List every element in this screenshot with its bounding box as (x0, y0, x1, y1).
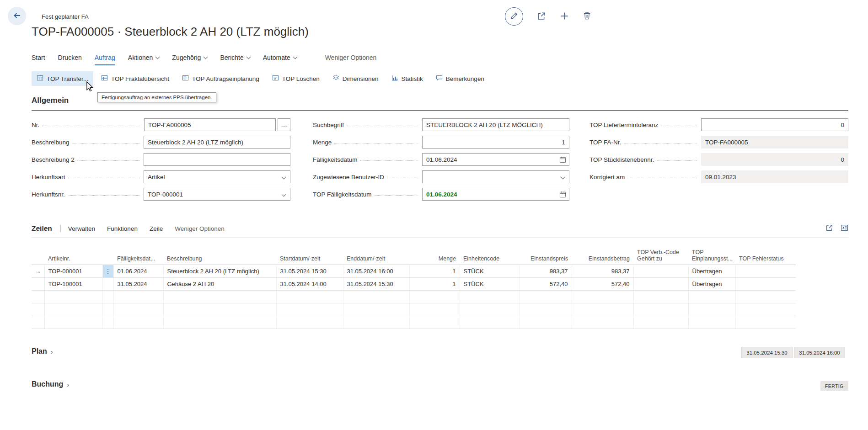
column-header-startdatum[interactable]: Startdatum/-zeit (276, 248, 343, 265)
menu-item-drucken[interactable]: Drucken (58, 54, 82, 64)
column-header-einstandsbetrag[interactable]: Einstandsbetrag (572, 248, 633, 265)
row-options-icon[interactable]: ⋮ (102, 265, 113, 278)
empty-cell[interactable] (343, 291, 409, 303)
empty-cell[interactable] (343, 316, 409, 329)
empty-cell[interactable] (633, 291, 688, 303)
empty-cell[interactable] (113, 303, 163, 316)
empty-cell[interactable] (572, 303, 633, 316)
cell-menge[interactable]: 1 (409, 278, 460, 291)
nr-assist-button[interactable]: … (278, 118, 290, 131)
empty-cell[interactable] (572, 291, 633, 303)
empty-cell[interactable] (460, 291, 519, 303)
lines-menu-verwalten[interactable]: Verwalten (68, 225, 95, 232)
empty-cell[interactable] (735, 291, 796, 303)
cell-verb-code[interactable] (633, 265, 688, 278)
beschreibung-2-input[interactable] (144, 153, 290, 166)
menu-item-aktionen[interactable]: Aktionen (128, 54, 159, 64)
top-faelligkeitsdatum-input[interactable]: 01.06.2024 (422, 188, 569, 201)
empty-cell[interactable] (113, 291, 163, 303)
lines-share-button[interactable] (825, 224, 833, 233)
empty-cell[interactable] (735, 303, 796, 316)
cell-verb-code[interactable] (633, 278, 688, 291)
cell-menge[interactable]: 1 (409, 265, 460, 278)
lines-heading[interactable]: Zeilen (32, 224, 52, 233)
nr-input[interactable]: TOP-FA000005 (144, 118, 276, 131)
lines-menu-weniger-optionen[interactable]: Weniger Optionen (175, 225, 225, 232)
cell-einstandspreis[interactable]: 572,40 (519, 278, 572, 291)
empty-cell[interactable] (519, 291, 572, 303)
menu-item-automate[interactable]: Automate (263, 54, 297, 64)
calendar-icon[interactable] (559, 191, 566, 199)
ribbon-statistik-button[interactable]: Statistik (386, 71, 428, 86)
empty-cell[interactable] (735, 316, 796, 329)
menu-item-auftrag[interactable]: Auftrag (95, 54, 115, 65)
row-options[interactable] (102, 303, 113, 316)
column-header-top-fehlerstatus[interactable]: TOP Fehlerstatus (735, 248, 796, 265)
cell-beschreibung[interactable]: Steuerblock 2 AH 20 (LTZ möglich) (163, 265, 276, 278)
row-options[interactable] (102, 291, 113, 303)
empty-cell[interactable] (688, 316, 735, 329)
empty-cell[interactable] (113, 316, 163, 329)
column-header-einheitencode[interactable]: Einheitencode (460, 248, 519, 265)
empty-cell[interactable] (633, 316, 688, 329)
menge-input[interactable]: 1 (422, 136, 569, 149)
column-header-beschreibung[interactable]: Beschreibung (163, 248, 276, 265)
empty-cell[interactable] (409, 303, 460, 316)
ribbon-dimensionen-button[interactable]: Dimensionen (327, 71, 384, 86)
column-header-faelligkeitsdatum[interactable]: Fälligkeitsdat... (113, 248, 163, 265)
empty-cell[interactable] (44, 316, 102, 329)
column-header-artikelnr[interactable]: Artikelnr. (44, 248, 102, 265)
column-header-einstandspreis[interactable]: Einstandspreis (519, 248, 572, 265)
empty-cell[interactable] (276, 291, 343, 303)
menu-item-zugehoerig[interactable]: Zugehörig (172, 54, 207, 64)
empty-cell[interactable] (688, 291, 735, 303)
open-in-excel-button[interactable] (841, 224, 848, 233)
menu-item-weniger-optionen[interactable]: Weniger Optionen (325, 54, 377, 64)
empty-cell[interactable] (688, 303, 735, 316)
cell-einstandsbetrag[interactable]: 572,40 (572, 278, 633, 291)
calendar-icon[interactable] (559, 156, 566, 165)
ribbon-top-auftragseinplanung-button[interactable]: TOP Auftragseinplanung (177, 71, 264, 86)
empty-cell[interactable] (519, 316, 572, 329)
row-options[interactable] (102, 278, 113, 291)
cell-startdatum[interactable]: 31.05.2024 15:30 (276, 265, 343, 278)
menu-item-start[interactable]: Start (32, 54, 45, 64)
faelligkeitsdatum-input[interactable]: 01.06.2024 (422, 153, 569, 166)
empty-cell[interactable] (460, 303, 519, 316)
delete-button[interactable] (583, 11, 591, 21)
ribbon-top-loeschen-button[interactable]: TOP Löschen (267, 71, 325, 86)
column-header-top-verb-code[interactable]: TOP Verb.-CodeGehört zu (633, 248, 688, 265)
buchung-section-toggle[interactable]: Buchung › (32, 380, 69, 388)
empty-cell[interactable] (519, 303, 572, 316)
cell-einplanungsstatus[interactable]: Übertragen (688, 278, 735, 291)
cell-faelligkeitsdatum[interactable]: 31.05.2024 (113, 278, 163, 291)
cell-artikelnr[interactable]: TOP-000001 (44, 265, 102, 278)
row-options[interactable] (102, 316, 113, 329)
empty-cell[interactable] (44, 303, 102, 316)
menu-item-berichte[interactable]: Berichte (220, 54, 250, 64)
cell-beschreibung[interactable]: Gehäuse 2 AH 20 (163, 278, 276, 291)
share-button[interactable] (537, 11, 546, 22)
cell-enddatum[interactable]: 31.05.2024 15:30 (343, 278, 409, 291)
empty-cell[interactable] (276, 303, 343, 316)
benutzer-id-select[interactable] (422, 170, 569, 183)
plan-section-toggle[interactable]: Plan › (32, 347, 53, 356)
empty-cell[interactable] (633, 303, 688, 316)
lines-menu-funktionen[interactable]: Funktionen (107, 225, 138, 232)
empty-cell[interactable] (163, 303, 276, 316)
empty-cell[interactable] (44, 291, 102, 303)
herkunftsnr-select[interactable]: TOP-000001 (144, 188, 290, 201)
empty-cell[interactable] (460, 316, 519, 329)
new-button[interactable] (560, 11, 569, 22)
empty-cell[interactable] (409, 316, 460, 329)
edit-button[interactable] (505, 7, 523, 26)
cell-enddatum[interactable]: 31.05.2024 16:00 (343, 265, 409, 278)
empty-cell[interactable] (163, 291, 276, 303)
empty-cell[interactable] (409, 291, 460, 303)
cell-einheitencode[interactable]: STÜCK (460, 278, 519, 291)
column-header-enddatum[interactable]: Enddatum/-zeit (343, 248, 409, 265)
cell-einplanungsstatus[interactable]: Übertragen (688, 265, 735, 278)
cell-faelligkeitsdatum[interactable]: 01.06.2024 (113, 265, 163, 278)
ribbon-bemerkungen-button[interactable]: Bemerkungen (431, 71, 489, 86)
empty-cell[interactable] (163, 316, 276, 329)
